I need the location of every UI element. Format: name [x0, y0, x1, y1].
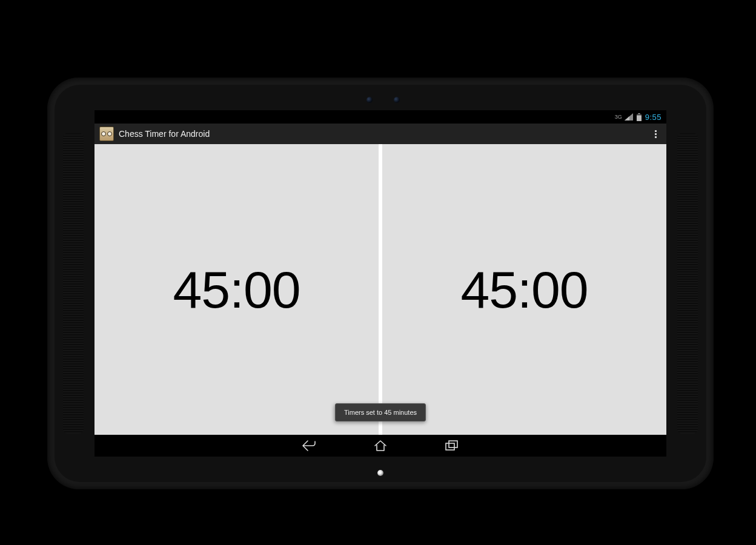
network-type-label: 3G [615, 114, 622, 120]
tablet-frame: 3G 9:55 [47, 78, 714, 489]
status-bar: 3G 9:55 [94, 110, 666, 124]
signal-icon [625, 113, 633, 121]
status-clock: 9:55 [645, 113, 662, 122]
app-action-bar: Chess Timer for Android [94, 124, 666, 144]
nav-home-button[interactable] [372, 437, 389, 454]
speaker-grille-left [63, 133, 84, 434]
timer-content: 45:00 45:00 Timers set to 45 minutes [94, 144, 666, 435]
timer-display-right: 45:00 [460, 260, 588, 320]
nav-recent-button[interactable] [443, 437, 460, 454]
battery-icon [637, 113, 642, 121]
svg-rect-3 [446, 443, 454, 450]
system-nav-bar [94, 435, 666, 457]
timer-display-left: 45:00 [173, 260, 300, 320]
app-icon [99, 127, 114, 141]
svg-rect-0 [638, 113, 640, 114]
front-camera [394, 97, 400, 103]
overflow-menu-button[interactable] [650, 128, 662, 140]
chess-clock-icon [101, 131, 106, 136]
nav-back-button[interactable] [300, 437, 317, 454]
timer-pane-left[interactable]: 45:00 [94, 144, 379, 435]
speaker-grille-right [677, 133, 698, 434]
toast-message: Timers set to 45 minutes [335, 403, 426, 421]
app-title: Chess Timer for Android [119, 129, 650, 139]
svg-rect-2 [637, 115, 642, 121]
device-screen: 3G 9:55 [94, 110, 666, 457]
ambient-sensor [366, 97, 373, 103]
chess-clock-icon [107, 131, 112, 136]
svg-rect-4 [449, 441, 457, 448]
timer-pane-right[interactable]: 45:00 [382, 144, 666, 435]
home-led [377, 470, 383, 476]
tablet-body: 3G 9:55 [55, 85, 706, 482]
